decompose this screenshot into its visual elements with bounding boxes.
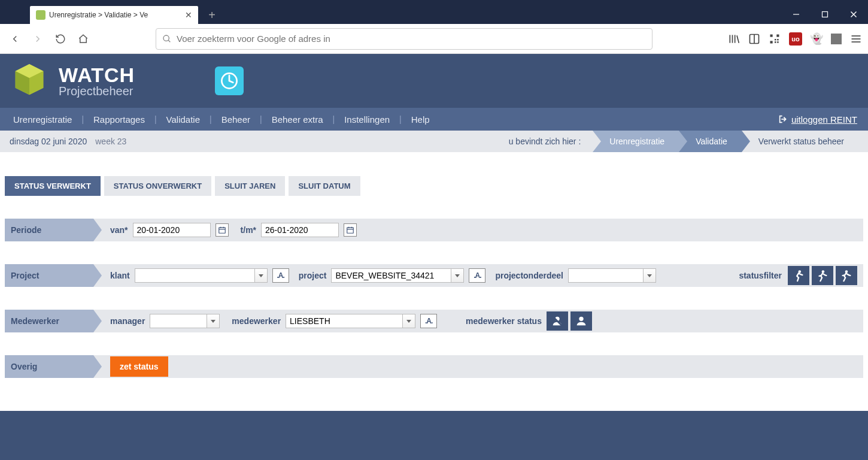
van-calendar-button[interactable] bbox=[216, 223, 229, 237]
medewerker-dropdown-button[interactable] bbox=[402, 314, 415, 328]
address-bar[interactable] bbox=[156, 28, 652, 50]
window-maximize-button[interactable] bbox=[811, 5, 839, 24]
home-button[interactable] bbox=[74, 30, 92, 48]
window-minimize-button[interactable] bbox=[782, 5, 811, 24]
tab-status-onverwerkt[interactable]: STATUS ONVERWERKT bbox=[104, 176, 211, 196]
person-run-icon bbox=[792, 269, 805, 282]
nav-urenregistratie[interactable]: Urenregistratie bbox=[11, 114, 74, 125]
svg-rect-16 bbox=[777, 39, 779, 41]
clock-badge-icon[interactable] bbox=[215, 66, 244, 95]
nav-beheer[interactable]: Beheer bbox=[219, 114, 253, 125]
breadcrumb-l1[interactable]: Urenregistratie bbox=[593, 131, 679, 152]
onderdeel-dropdown-button[interactable] bbox=[643, 268, 656, 283]
onderdeel-label: projectonderdeel bbox=[495, 271, 563, 280]
breadcrumb-l3: Verwerkt status beheer bbox=[742, 131, 858, 152]
main-nav: Urenregistratie| Rapportages| Validatie|… bbox=[0, 108, 868, 131]
menu-button[interactable] bbox=[850, 33, 862, 45]
row-project: Project klant .A. project .A. projectond… bbox=[5, 264, 863, 287]
statusfilter-btn-2[interactable] bbox=[812, 266, 833, 285]
project-lookup-button[interactable]: .A. bbox=[469, 268, 485, 283]
row-overig: Overig zet status bbox=[5, 355, 863, 378]
ublock-icon[interactable]: uo bbox=[789, 32, 802, 46]
row-medewerker: Medewerker manager medewerker .A. medewe… bbox=[5, 310, 863, 332]
current-week: week 23 bbox=[95, 137, 126, 146]
medewerker-input[interactable] bbox=[286, 314, 402, 328]
reader-icon[interactable] bbox=[748, 33, 760, 45]
brand-subtitle: Projectbeheer bbox=[59, 85, 135, 97]
tm-calendar-button[interactable] bbox=[344, 223, 357, 237]
svg-marker-44 bbox=[211, 320, 216, 323]
brand-name: WATCH bbox=[59, 65, 135, 85]
svg-point-4 bbox=[163, 35, 169, 41]
svg-line-9 bbox=[737, 35, 739, 43]
klant-label: klant bbox=[110, 271, 130, 280]
breadcrumb-l2[interactable]: Validatie bbox=[679, 131, 742, 152]
extension-icon[interactable] bbox=[831, 34, 842, 44]
app-header: WATCH Projectbeheer bbox=[0, 54, 868, 108]
klant-input[interactable] bbox=[135, 268, 254, 283]
person-slash-icon bbox=[551, 314, 564, 328]
tab-sluit-jaren[interactable]: SLUIT JAREN bbox=[215, 176, 285, 196]
klant-lookup-button[interactable]: .A. bbox=[272, 268, 289, 283]
project-combo[interactable] bbox=[331, 268, 464, 283]
chevron-down-icon bbox=[210, 318, 216, 324]
svg-marker-39 bbox=[455, 274, 460, 277]
svg-rect-13 bbox=[776, 34, 779, 37]
browser-tab[interactable]: Urenregistratie > Validatie > Ve ✕ bbox=[30, 6, 198, 24]
onderdeel-input[interactable] bbox=[568, 268, 643, 283]
back-button[interactable] bbox=[6, 30, 24, 48]
medewerker-status-btn-1[interactable] bbox=[547, 311, 568, 331]
reload-button[interactable] bbox=[51, 30, 69, 48]
medewerker-combo[interactable] bbox=[286, 314, 415, 328]
logout-label: uitloggen REINT bbox=[791, 114, 857, 125]
nav-rapportages[interactable]: Rapportages bbox=[91, 114, 147, 125]
svg-point-43 bbox=[845, 270, 848, 273]
zet-status-button[interactable]: zet status bbox=[110, 356, 168, 377]
svg-line-5 bbox=[168, 40, 170, 42]
address-input[interactable] bbox=[177, 34, 646, 44]
svg-line-28 bbox=[229, 81, 233, 83]
logo-icon bbox=[8, 60, 50, 102]
svg-rect-1 bbox=[823, 12, 828, 17]
van-input[interactable] bbox=[133, 223, 211, 237]
library-icon[interactable] bbox=[728, 33, 740, 45]
manager-label: manager bbox=[110, 316, 145, 326]
statusfilter-label: statusfilter bbox=[739, 271, 782, 280]
project-input[interactable] bbox=[331, 268, 451, 283]
medewerker-lookup-button[interactable]: .A. bbox=[420, 314, 437, 328]
window-close-button[interactable] bbox=[839, 5, 868, 24]
statusfilter-btn-3[interactable] bbox=[836, 266, 857, 285]
new-tab-button[interactable]: + bbox=[203, 6, 221, 24]
tm-input[interactable] bbox=[261, 223, 339, 237]
svg-rect-30 bbox=[218, 228, 225, 233]
svg-marker-38 bbox=[259, 274, 263, 277]
tab-sluit-datum[interactable]: SLUIT DATUM bbox=[289, 176, 360, 196]
klant-dropdown-button[interactable] bbox=[254, 268, 268, 283]
nav-validatie[interactable]: Validatie bbox=[164, 114, 202, 125]
forward-button[interactable] bbox=[29, 30, 47, 48]
manager-dropdown-button[interactable] bbox=[207, 314, 220, 328]
klant-combo[interactable] bbox=[135, 268, 268, 283]
svg-point-48 bbox=[579, 317, 583, 321]
nav-instellingen[interactable]: Instellingen bbox=[342, 114, 392, 125]
ghostery-icon[interactable]: 👻 bbox=[811, 33, 823, 45]
browser-toolbar: uo 👻 bbox=[0, 24, 868, 54]
person-icon bbox=[575, 314, 588, 328]
nav-beheer-extra[interactable]: Beheer extra bbox=[269, 114, 326, 125]
manager-combo[interactable] bbox=[150, 314, 220, 328]
nav-help[interactable]: Help bbox=[409, 114, 432, 125]
chevron-down-icon bbox=[454, 273, 460, 279]
calendar-icon bbox=[218, 226, 226, 234]
svg-rect-14 bbox=[770, 41, 773, 43]
breadcrumb-bar: dinsdag 02 juni 2020 week 23 u bevindt z… bbox=[0, 131, 868, 152]
statusfilter-btn-1[interactable] bbox=[788, 266, 809, 285]
project-dropdown-button[interactable] bbox=[451, 268, 464, 283]
onderdeel-combo[interactable] bbox=[568, 268, 656, 283]
tab-close-icon[interactable]: ✕ bbox=[185, 10, 192, 20]
tab-status-verwerkt[interactable]: STATUS VERWERKT bbox=[5, 176, 101, 196]
logout-link[interactable]: uitloggen REINT bbox=[778, 114, 857, 125]
row-label-project: Project bbox=[5, 264, 93, 287]
manager-input[interactable] bbox=[150, 314, 207, 328]
medewerker-status-btn-2[interactable] bbox=[570, 311, 592, 331]
qr-icon[interactable] bbox=[769, 33, 781, 45]
